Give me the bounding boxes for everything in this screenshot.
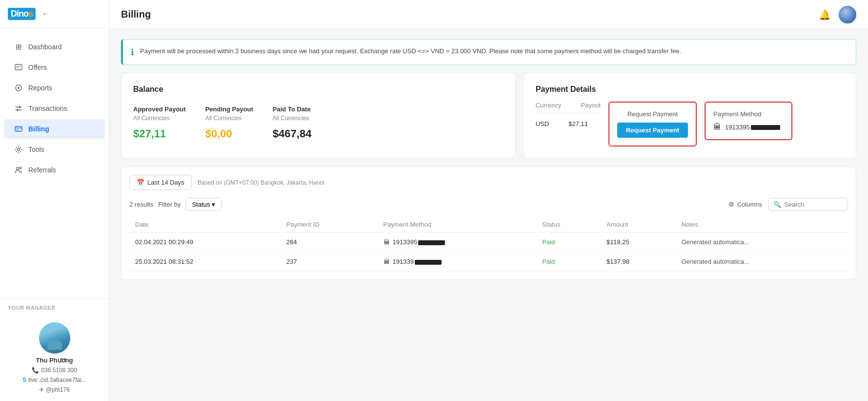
columns-label: Columns: [737, 201, 762, 208]
col-header-status: Status: [536, 217, 601, 232]
row-payout: $27,11: [568, 120, 588, 127]
cell-payment-method: 🏛191339: [378, 252, 537, 272]
sidebar-item-label: Offers: [28, 63, 47, 71]
date-filter-button[interactable]: 📅 Last 14 Days: [129, 175, 192, 190]
transactions-table: Date Payment ID Payment Method Status Am…: [129, 217, 848, 272]
gear-icon: ⚙: [728, 201, 734, 208]
metric-paid-value: $467,84: [273, 127, 312, 140]
sidebar-item-offers[interactable]: Offers: [4, 58, 105, 77]
notification-button[interactable]: 🔔: [819, 9, 831, 21]
payment-details-title: Payment Details: [536, 85, 844, 94]
cell-notes: Generated automatica...: [675, 252, 848, 272]
filter-by-label: Filter by: [158, 201, 181, 208]
bank-icon: 🏛: [713, 123, 721, 131]
svg-point-5: [17, 168, 19, 170]
account-number: 191339: [393, 258, 442, 265]
metric-approved: Approved Payout All Currencies $27,11: [133, 106, 186, 140]
sidebar-item-dashboard[interactable]: ⊞ Dashboard: [4, 37, 105, 57]
sidebar-item-label: Transactions: [28, 105, 67, 112]
cell-status: Paid: [536, 232, 601, 252]
sidebar-item-label: Tools: [28, 146, 44, 153]
table-row: 02.04.2021 00:29:49284🏛1913395Paid$118,2…: [129, 232, 848, 252]
status-filter-button[interactable]: Status ▾: [185, 198, 222, 211]
logo-dino: Dino: [11, 9, 28, 19]
payment-method-box: Payment Method 🏛 1913395: [705, 102, 792, 140]
metric-pending-value: $0,00: [205, 127, 253, 140]
info-banner-text: Payment will be processed within 3 busin…: [140, 46, 681, 56]
page-title: Billing: [121, 9, 151, 20]
bank-icon: 🏛: [384, 258, 390, 265]
phone-icon: 📞: [32, 367, 39, 374]
svg-rect-0: [15, 64, 22, 70]
logo-text: Dinos: [8, 8, 36, 20]
tools-icon: [14, 145, 23, 154]
results-toolbar: 2 results Filter by Status ▾ ⚙ Columns 🔍: [129, 198, 848, 211]
sidebar-item-billing[interactable]: Billing: [4, 119, 105, 139]
date-filter-label: Last 14 Days: [147, 179, 184, 186]
search-icon: 🔍: [773, 201, 781, 208]
cell-payment-id: 284: [281, 232, 378, 252]
main-content: Billing 🔔 ℹ Payment will be processed wi…: [109, 0, 868, 401]
transactions-icon: [14, 104, 23, 113]
cell-date: 25.03.2021 08:31:52: [129, 252, 281, 272]
manager-skype: S live:.cid.3a6acee7fai...: [22, 377, 86, 383]
app-logo: Dinos: [8, 8, 36, 20]
cell-amount: $118,25: [601, 232, 676, 252]
transactions-section: 📅 Last 14 Days Based on (GMT+07:00) Bang…: [121, 167, 856, 280]
cell-payment-id: 237: [281, 252, 378, 272]
user-avatar[interactable]: [839, 6, 856, 23]
sidebar-nav: ⊞ Dashboard Offers Reports Transactions: [0, 28, 109, 298]
logo-s: s: [28, 9, 33, 19]
timezone-text: Based on (GMT+07:00) Bangkok, Jakarta, H…: [198, 179, 324, 186]
metric-approved-label: Approved Payout: [133, 106, 186, 113]
sidebar-item-transactions[interactable]: Transactions: [4, 99, 105, 118]
sidebar-item-referrals[interactable]: Referrals: [4, 160, 105, 180]
status-badge: Paid: [542, 258, 555, 265]
sidebar-item-label: Reports: [28, 84, 52, 92]
calendar-icon: 📅: [137, 179, 144, 186]
sidebar-item-reports[interactable]: Reports: [4, 78, 105, 98]
request-payment-button[interactable]: Request Payment: [617, 123, 688, 138]
sidebar-item-label: Referrals: [28, 166, 56, 174]
cell-status: Paid: [536, 252, 601, 272]
col-header-amount: Amount: [601, 217, 676, 232]
col-header-date: Date: [129, 217, 281, 232]
info-icon: ℹ: [131, 47, 134, 58]
telegram-icon: ✈: [39, 386, 44, 393]
balance-card: Balance Approved Payout All Currencies $…: [121, 73, 516, 159]
back-icon: ←: [41, 9, 50, 19]
account-number: 1913395: [393, 238, 445, 246]
content-area: ℹ Payment will be processed within 3 bus…: [109, 29, 868, 401]
svg-point-6: [20, 167, 21, 169]
svg-rect-3: [15, 127, 22, 131]
manager-avatar-image: [39, 322, 70, 354]
bank-account: 1913395: [725, 124, 780, 131]
balance-title: Balance: [133, 85, 504, 94]
metric-approved-sub: All Currencies: [133, 115, 186, 122]
billing-icon: [14, 124, 23, 134]
payment-method-title: Payment Method: [713, 110, 784, 118]
bank-icon: 🏛: [384, 238, 390, 246]
cell-date: 02.04.2021 00:29:49: [129, 232, 281, 252]
manager-telegram: ✈ @pht176: [39, 386, 70, 393]
user-avatar-image: [839, 6, 856, 23]
cards-row: Balance Approved Payout All Currencies $…: [121, 73, 856, 159]
svg-point-2: [18, 87, 20, 89]
manager-section-label: YOUR MANAGER: [0, 298, 109, 317]
metric-pending: Pending Payout All Currencies $0,00: [205, 106, 253, 140]
sidebar-item-tools[interactable]: Tools: [4, 140, 105, 159]
columns-button[interactable]: ⚙ Columns: [728, 201, 762, 208]
search-input[interactable]: [784, 201, 843, 208]
sidebar-item-label: Billing: [28, 125, 49, 133]
sidebar-item-label: Dashboard: [28, 43, 62, 51]
col-payout: Payout: [581, 102, 600, 109]
chevron-down-icon: ▾: [212, 201, 215, 208]
date-filter-toolbar: 📅 Last 14 Days Based on (GMT+07:00) Bang…: [129, 175, 848, 190]
balance-metrics: Approved Payout All Currencies $27,11 Pe…: [133, 106, 504, 140]
col-header-payment-id: Payment ID: [281, 217, 378, 232]
bell-icon: 🔔: [819, 9, 831, 21]
back-button[interactable]: ←: [41, 9, 50, 19]
request-payment-box: Request Payment Request Payment: [608, 102, 697, 147]
sidebar-header: Dinos ←: [0, 0, 109, 28]
search-box: 🔍: [768, 198, 848, 211]
